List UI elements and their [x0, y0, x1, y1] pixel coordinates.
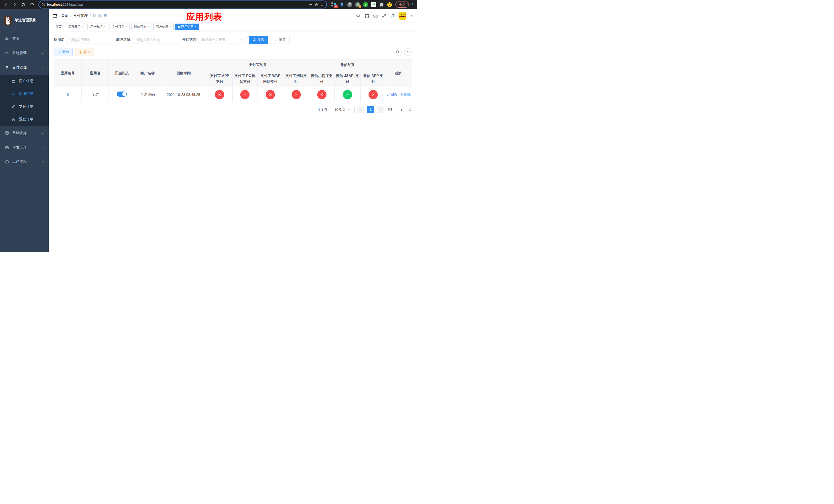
close-icon[interactable]: ×	[170, 25, 171, 28]
col-alipay-pc: 支付宝 PC 网站支付	[233, 70, 258, 87]
site-info-icon[interactable]	[42, 3, 45, 6]
col-app-name: 应用名	[82, 60, 109, 87]
navbar: 首页 / 支付管理 / 应用信息 ?	[49, 9, 417, 23]
breadcrumb-payment[interactable]: 支付管理	[73, 14, 88, 18]
avatar[interactable]	[398, 12, 406, 20]
sidebar-item-dev-tools[interactable]: 研发工具	[0, 140, 49, 155]
col-wx-mini: 微信小程序支付	[309, 70, 334, 87]
sidebar-item-label: 支付管理	[12, 65, 38, 70]
export-button[interactable]: 导出	[75, 48, 94, 56]
merchant-name-label: 商户名称	[116, 38, 131, 42]
github-icon[interactable]	[365, 14, 369, 18]
pagination: 共 1 条 10条/页 1 前往	[54, 106, 412, 113]
ext-devtools-icon[interactable]: 10	[331, 2, 337, 7]
page-1-button[interactable]: 1	[367, 106, 374, 113]
sidebar-logo[interactable]: 芋道管理系统	[0, 9, 49, 31]
sidebar-item-label: 工作流程	[12, 159, 38, 164]
avatar-caret-icon[interactable]: ▼	[410, 14, 413, 17]
share-icon[interactable]	[315, 3, 319, 6]
alipay-pc-status-icon	[240, 90, 249, 99]
yen-circle-icon	[11, 105, 16, 109]
bookmark-star-icon[interactable]: ☆	[321, 2, 324, 7]
prev-page-button[interactable]	[357, 106, 365, 113]
cell-actions: 修改 删除	[386, 87, 412, 102]
ext-badge-10: 10	[334, 5, 338, 8]
next-page-button[interactable]	[377, 106, 384, 113]
goto-label: 前往	[388, 108, 394, 112]
fullscreen-icon[interactable]	[382, 14, 386, 18]
sidebar-item-workflow[interactable]: 工作流程	[0, 155, 49, 169]
add-button[interactable]: 新增	[54, 48, 72, 56]
chevron-down-icon	[41, 160, 44, 163]
tag-process-form[interactable]: 流程表单×	[66, 24, 86, 30]
cell-merchant: 芋道源码	[135, 87, 160, 102]
sidebar-item-pay-order[interactable]: 支付订单	[0, 100, 49, 113]
sidebar-item-merchant-info[interactable]: 商户信息	[0, 75, 49, 87]
close-icon[interactable]: ×	[104, 25, 105, 28]
search-button[interactable]: 搜索	[249, 36, 268, 44]
show-search-button[interactable]	[394, 48, 402, 56]
ext-y-icon[interactable]: y	[363, 2, 369, 7]
browser-forward-icon[interactable]	[11, 1, 18, 8]
sidebar-item-system[interactable]: ⚙ 系统管理	[0, 46, 49, 60]
col-alipay-app: 支付宝 APP 支付	[207, 70, 232, 87]
status-toggle[interactable]	[117, 92, 127, 97]
status-select[interactable]: 请选择开启状态	[199, 36, 246, 44]
extensions-row: 10 ⌘ 1 y	[331, 2, 392, 7]
help-icon[interactable]: ?	[373, 14, 378, 18]
col-group-alipay: 支付宝配置	[207, 60, 309, 70]
app-shell: 芋道管理系统 首页 ⚙ 系统管理 ¥ 支付管理	[0, 9, 417, 252]
tag-user-group[interactable]: 用户分组×	[87, 24, 108, 30]
ext-chat-icon[interactable]	[371, 2, 376, 7]
extensions-puzzle-icon[interactable]	[379, 2, 385, 7]
sidebar-item-payment[interactable]: ¥ 支付管理	[0, 60, 49, 75]
goto-page-input[interactable]	[396, 106, 407, 113]
header-search-icon[interactable]	[356, 14, 360, 18]
ext-gem-icon[interactable]	[339, 2, 345, 7]
edit-link[interactable]: 修改	[387, 92, 397, 97]
browser-menu-icon[interactable]: ⋮	[411, 2, 414, 7]
font-size-icon[interactable]: TT	[390, 14, 394, 18]
close-icon[interactable]: ×	[148, 25, 149, 28]
close-icon[interactable]: ×	[195, 25, 196, 28]
ext-recorder-icon[interactable]: 1	[355, 2, 360, 7]
sidebar-item-app-info[interactable]: 应用信息	[0, 87, 49, 100]
reset-button[interactable]: 重置	[270, 36, 289, 44]
sidebar-item-refund-order[interactable]: 退款订单	[0, 113, 49, 126]
tag-pay-order[interactable]: 支付订单×	[110, 24, 130, 30]
tag-home[interactable]: 首页	[53, 24, 64, 30]
browser-update-button[interactable]: 更新	[395, 2, 409, 8]
merchant-name-input[interactable]	[133, 36, 178, 44]
sidebar-item-label: 应用信息	[19, 92, 44, 96]
sidebar-item-label: 基础设施	[12, 131, 38, 135]
browser-reload-icon[interactable]	[20, 1, 27, 8]
delete-link[interactable]: 删除	[400, 92, 411, 97]
breadcrumb-home[interactable]: 首页	[61, 14, 68, 18]
page-size-select[interactable]: 10条/页	[330, 106, 355, 113]
alipay-app-status-icon	[215, 90, 224, 99]
close-icon[interactable]: ×	[126, 25, 127, 28]
password-key-icon[interactable]	[309, 3, 313, 6]
main-area: 应用列表 首页 / 支付管理 / 应用信息	[49, 9, 417, 252]
address-bar[interactable]: localhost:1024/pay/app ☆	[39, 1, 327, 8]
tag-merchant-info[interactable]: 商户信息×	[153, 24, 174, 30]
refresh-table-button[interactable]	[404, 48, 412, 56]
col-actions: 操作	[386, 60, 412, 87]
url-text: localhost:1024/pay/app	[47, 3, 83, 6]
sidebar-item-infrastructure[interactable]: 基础设施	[0, 126, 49, 140]
ext-command-icon[interactable]: ⌘	[347, 2, 353, 7]
pagination-total: 共 1 条	[317, 108, 328, 112]
browser-home-icon[interactable]	[29, 1, 36, 8]
sidebar-item-label: 首页	[12, 37, 44, 41]
tag-refund-order[interactable]: 退款订单×	[131, 24, 152, 30]
app-name-input[interactable]	[67, 36, 112, 44]
tag-app-info[interactable]: 应用信息×	[175, 24, 199, 30]
sidebar-item-home[interactable]: 首页	[0, 31, 49, 46]
close-icon[interactable]: ×	[82, 25, 83, 28]
col-alipay-qr: 支付宝扫码支付	[283, 70, 309, 87]
chevron-left-icon	[359, 109, 362, 111]
app-name-label: 应用名	[54, 38, 65, 42]
browser-back-icon[interactable]	[3, 1, 9, 8]
sidebar-collapse-icon[interactable]	[53, 14, 58, 18]
ext-emoji-icon[interactable]	[387, 2, 392, 7]
